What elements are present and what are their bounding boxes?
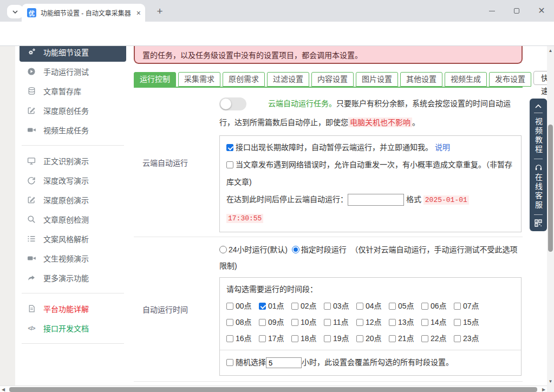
hour-cell[interactable]: 04点 [356,298,389,314]
window-minimize-button[interactable] [479,0,504,22]
sidebar-item-label: 平台功能详解 [43,303,89,314]
sidebar-item-deep-original-task[interactable]: 深度原创任务 [19,101,126,120]
hour-checkbox[interactable] [454,335,461,342]
scroll-right-arrow[interactable]: ▶ [540,386,547,392]
vertical-scrollbar-thumb[interactable] [548,125,553,252]
hour-cell[interactable]: 11点 [324,314,356,330]
online-service-button[interactable]: 在线客服 [535,173,542,210]
stop-time-input[interactable] [348,194,404,206]
hour-cell[interactable]: 22点 [421,330,454,347]
sidebar-item-function-settings[interactable]: 功能细节设置 [19,46,126,62]
sidebar-item-text-to-video-demo[interactable]: 文生视频演示 [19,249,126,268]
scroll-up-arrow[interactable]: ▲ [547,47,554,54]
tab-content-settings[interactable]: 内容设置 [311,72,354,87]
hour-cell[interactable]: 01点 [259,298,291,314]
new-tab-button[interactable]: + [153,5,166,18]
hour-cell[interactable]: 10点 [291,314,324,330]
hour-checkbox[interactable] [356,335,363,342]
hour-cell[interactable]: 13点 [389,314,421,330]
hour-cell[interactable]: 19点 [324,330,356,347]
hour-checkbox[interactable] [389,319,396,326]
hour-checkbox[interactable] [324,303,331,310]
window-close-button[interactable]: ✕ [529,0,554,22]
hour-checkbox[interactable] [421,319,428,326]
sidebar-item-body-recognition-demo[interactable]: 正文识别演示 [19,151,126,171]
hour-checkbox[interactable] [324,319,331,326]
hour-cell[interactable]: 17点 [259,330,291,347]
hour-checkbox[interactable] [226,335,233,342]
horizontal-scrollbar[interactable]: ◀ ▶ [0,386,547,392]
sidebar-item-api-docs[interactable]: </> 接口开发文档 [19,318,126,338]
hour-checkbox[interactable] [421,303,428,310]
hour-checkbox[interactable] [226,319,233,326]
hour-checkbox[interactable] [291,303,298,310]
vertical-scrollbar[interactable]: ▲ ▼ [547,46,554,392]
random-hours-checkbox[interactable] [226,359,233,366]
hour-cell[interactable]: 21点 [389,330,421,347]
hour-checkbox[interactable] [389,335,396,342]
hour-checkbox[interactable] [259,319,266,326]
hour-cell[interactable]: 12点 [356,314,389,330]
hour-checkbox-checked[interactable] [259,303,266,310]
hour-checkbox[interactable] [389,303,396,310]
hour-checkbox[interactable] [454,319,461,326]
sidebar-item-originality-check[interactable]: 文章原创检测 [19,210,126,229]
hour-cell[interactable]: 18点 [291,330,324,347]
tab-image-settings[interactable]: 图片设置 [356,72,398,87]
hour-cell[interactable]: 08点 [226,314,259,330]
hour-cell[interactable]: 23点 [454,330,486,347]
sidebar-item-more-demos[interactable]: 更多演示功能 [19,268,126,288]
hour-checkbox[interactable] [291,335,298,342]
horizontal-scrollbar-thumb[interactable] [9,387,537,392]
tab-collect-requirements[interactable]: 采集需求 [178,72,220,87]
hour-cell[interactable]: 15点 [454,314,486,330]
hour-cell[interactable]: 16点 [226,330,259,347]
tab-video-generation[interactable]: 视频生成 [445,72,487,87]
hour-checkbox[interactable] [259,335,266,342]
hour-checkbox[interactable] [226,303,233,310]
video-tutorial-button[interactable]: 视频教程 [535,117,542,154]
tab-original-requirements[interactable]: 原创需求 [223,72,265,87]
tab-close-icon[interactable]: × [136,9,141,17]
radio-timeslot[interactable] [292,246,299,253]
random-hours-input[interactable] [266,357,302,368]
scroll-left-arrow[interactable]: ◀ [0,386,6,392]
hour-cell[interactable]: 20点 [356,330,389,347]
hour-checkbox[interactable] [291,319,298,326]
tab-filter-settings[interactable]: 过滤设置 [267,72,309,87]
scroll-down-arrow[interactable]: ▼ [547,378,554,384]
tab-run-control[interactable]: 运行控制 [134,72,176,87]
auto-resend-checkbox[interactable] [226,161,233,168]
collapse-button[interactable] [535,104,542,108]
tab-search-button[interactable] [7,5,23,18]
hour-cell[interactable]: 07点 [454,298,486,314]
sidebar-item-deep-original-demo[interactable]: 深度原创演示 [19,190,126,210]
qr-code-icon[interactable] [535,219,542,227]
sidebar-item-article-cache[interactable]: 文章暂存库 [19,81,126,101]
hour-checkbox[interactable] [454,303,461,310]
tab-publish-settings[interactable]: 发布设置 [489,72,531,87]
cloud-run-toggle[interactable] [219,97,246,110]
hour-checkbox[interactable] [356,303,363,310]
hour-cell[interactable]: 14点 [421,314,454,330]
browser-tab[interactable]: 优 功能细节设置 - 自动文章采集器 × [22,4,145,22]
sidebar-item-deep-rewrite-demo[interactable]: 深度改写演示 [19,171,126,190]
hour-cell[interactable]: 06点 [421,298,454,314]
sidebar-item-video-task[interactable]: 视频生成任务 [19,120,126,140]
tab-other-settings[interactable]: 其他设置 [400,72,442,87]
sidebar-item-style-analysis[interactable]: 文案风格解析 [19,229,126,249]
pause-on-failure-checkbox[interactable] [226,144,233,151]
hour-cell[interactable]: 00点 [226,298,259,314]
hour-cell[interactable]: 05点 [389,298,421,314]
hour-checkbox[interactable] [324,335,331,342]
hour-cell[interactable]: 03点 [324,298,356,314]
hour-cell[interactable]: 09点 [259,314,291,330]
hour-checkbox[interactable] [421,335,428,342]
radio-24h[interactable] [219,246,227,253]
hour-checkbox[interactable] [356,319,363,326]
explain-link[interactable]: 说明 [435,143,450,152]
sidebar-item-manual-test[interactable]: 手动运行测试 [19,62,126,81]
sidebar-item-platform-features[interactable]: 平台功能详解 [19,299,126,318]
window-restore-button[interactable] [504,0,529,22]
hour-cell[interactable]: 02点 [291,298,324,314]
